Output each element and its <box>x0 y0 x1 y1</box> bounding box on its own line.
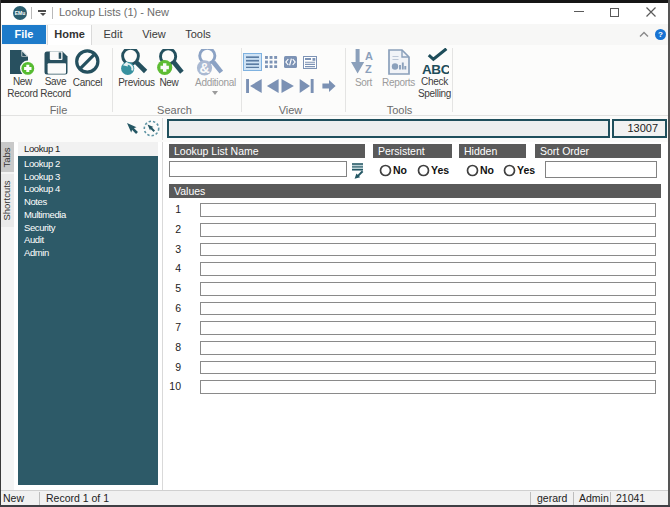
svg-text:ABC: ABC <box>422 62 449 77</box>
svg-text:A: A <box>365 50 373 62</box>
svg-text:&: & <box>199 60 209 76</box>
svg-text:Z: Z <box>365 63 372 75</box>
